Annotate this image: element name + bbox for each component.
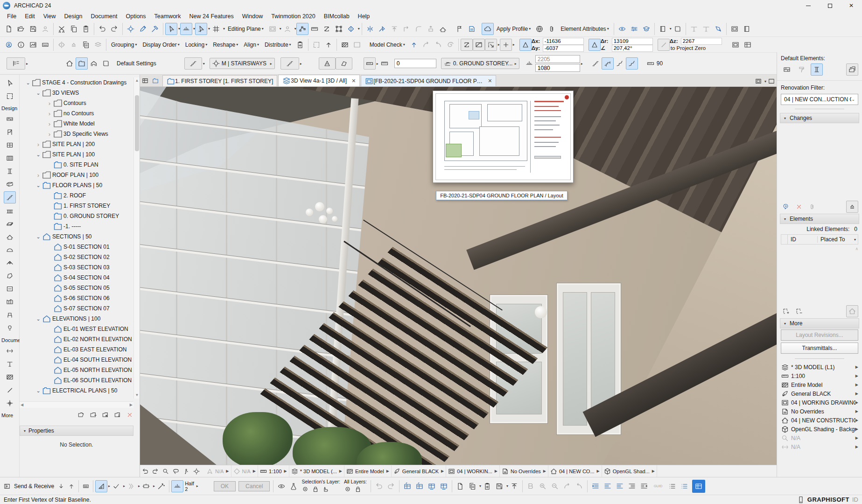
back-arrow-button[interactable] (420, 39, 432, 51)
find-select-button[interactable] (125, 23, 137, 35)
quick-option-row[interactable]: N/A ▶ (781, 434, 858, 442)
hotspot-tool[interactable] (4, 397, 16, 409)
skylight-tool[interactable] (4, 257, 16, 269)
rotate-button[interactable] (345, 23, 357, 35)
tsquare-a-button[interactable] (688, 23, 700, 35)
door-tool[interactable] (4, 126, 16, 138)
all-layers-show-icon[interactable] (344, 485, 351, 493)
open-file-button[interactable] (15, 23, 27, 35)
layer-button[interactable] (266, 23, 279, 35)
edit-nodes-button[interactable] (333, 23, 345, 35)
page-a-button[interactable] (454, 480, 466, 492)
plus-option-caret[interactable]: ▸ (513, 42, 515, 47)
expand-arrow-icon[interactable] (35, 141, 42, 148)
wall-tool[interactable] (4, 113, 16, 125)
outdent-button[interactable] (626, 480, 638, 492)
quick-option-row[interactable]: N/A ▶ (781, 442, 858, 451)
stair-value-input[interactable] (394, 59, 436, 68)
quick-option-row[interactable]: 1:100 ▶ (781, 371, 858, 380)
corner-arrow-button[interactable] (408, 39, 420, 51)
confirm-method-button[interactable] (110, 480, 122, 492)
eject-button[interactable] (846, 201, 858, 213)
changes-section-header[interactable]: ▾Changes (780, 113, 859, 123)
boost-button[interactable] (525, 480, 537, 492)
navigator-horizontal-scrollbar[interactable]: ◀▶ (20, 401, 133, 408)
extrude-button[interactable] (388, 23, 400, 35)
tracker-polar-toggle[interactable] (589, 39, 601, 51)
clone-folder-button[interactable] (100, 410, 111, 420)
favorites-palette-button[interactable] (657, 23, 669, 35)
schedule-b-button[interactable] (413, 480, 426, 492)
slope-button[interactable] (658, 39, 670, 51)
send-button[interactable] (66, 481, 77, 491)
tracker-xy-toggle[interactable] (519, 39, 532, 51)
attach-button[interactable] (546, 23, 558, 35)
offset-method-button[interactable] (125, 480, 137, 492)
link-change-button[interactable] (807, 202, 817, 212)
navigator-tree-item[interactable]: EL-05 NORTH ELEVATION (BOU (20, 365, 133, 375)
navigator-tree-item[interactable]: 3D Specific Views (20, 129, 133, 139)
lamp-tool[interactable] (4, 322, 16, 334)
apply-profile-dropdown[interactable]: Apply Profile▾ (494, 24, 533, 34)
spiral-button[interactable] (444, 39, 456, 51)
id-column-header[interactable]: ID (788, 236, 818, 243)
redo-small-button[interactable] (385, 480, 397, 492)
display-order-dropdown[interactable]: Display Order▾ (140, 40, 182, 50)
mirror-button[interactable] (56, 39, 68, 51)
navigator-tree-item[interactable]: EL-04 SOUTH ELEVATION (20, 355, 133, 365)
navigator-tree-item[interactable]: SITE PLAN | 100 (20, 149, 133, 160)
learn-button[interactable] (640, 23, 652, 35)
scroll-right-icon[interactable]: ▶ (130, 403, 133, 407)
cancel-button[interactable]: Cancel (238, 481, 270, 491)
graphisoft-brand[interactable]: GRAPHISOFT (807, 496, 849, 503)
image-settings-button[interactable] (27, 39, 39, 51)
frame-toggle-button[interactable] (351, 39, 363, 51)
save-button[interactable] (27, 23, 39, 35)
new-layout-button[interactable] (729, 23, 741, 35)
align-right-list-button[interactable] (614, 480, 626, 492)
shell-tool[interactable] (4, 244, 16, 256)
layer-lock-icon[interactable] (312, 485, 319, 493)
quick-option-row[interactable]: OpenGL Shading - Backgro... ▶ (781, 425, 858, 434)
new-file-button[interactable] (3, 23, 15, 35)
resize-button[interactable] (425, 23, 437, 35)
upload-button[interactable] (508, 480, 520, 492)
align-block-list-button[interactable] (602, 480, 614, 492)
view-tab[interactable]: [FB-2020-21-SDP04 GROUND FLOOR PLAN] ✕ (361, 75, 496, 86)
navigator-vertical-scrollbar[interactable]: ▲ ▼ (133, 77, 140, 399)
publisher-button[interactable] (39, 23, 51, 35)
expand-arrow-icon[interactable] (46, 100, 53, 107)
expand-arrow-icon[interactable] (35, 234, 42, 240)
navigator-tree-item[interactable]: SITE PLAN | 200 (20, 139, 133, 149)
dimension-12-button[interactable] (308, 23, 321, 35)
profile-manager-button[interactable] (3, 39, 15, 51)
split-button[interactable] (364, 23, 376, 35)
maximize-button[interactable] (819, 0, 841, 11)
navigator-tree-item[interactable]: 0. SITE PLAN (20, 160, 133, 170)
close-button[interactable]: ✕ (841, 0, 862, 11)
elevation-stepper[interactable]: ▸ (581, 62, 583, 66)
save-view-button[interactable] (88, 410, 98, 420)
schedule-c-button[interactable] (426, 480, 438, 492)
navigator-tree-item[interactable]: Contours (20, 98, 133, 108)
quick-option-item[interactable]: OpenGL Shad... ▶ (602, 465, 657, 477)
quick-option-item[interactable]: 04 | NEW CO... ▶ (548, 465, 602, 477)
line-tool[interactable] (4, 384, 16, 396)
menu-item[interactable]: Edit (21, 12, 39, 21)
scrollbar-thumb[interactable] (135, 95, 139, 151)
placed-to-column-header[interactable]: Placed To (818, 236, 853, 243)
navigator-tree-item[interactable]: EL-01 WEST ELEVATION (20, 324, 133, 334)
navigator-tree-item[interactable]: STAGE 4 - Construction Drawings (20, 77, 133, 88)
info-button[interactable] (15, 39, 27, 51)
delete-view-button[interactable] (125, 410, 135, 420)
list-scroll-up-icon[interactable]: ∧ (855, 246, 858, 251)
scroll-up-icon[interactable]: ▲ (134, 77, 140, 84)
offset-mode-button[interactable] (523, 57, 535, 70)
offset-input[interactable] (535, 55, 580, 63)
redo-button[interactable] (108, 23, 120, 35)
grouping-dropdown[interactable]: Grouping▾ (108, 40, 140, 50)
quick-option-item[interactable]: 04 | WORKIN... ▶ (446, 465, 500, 477)
guid-button[interactable]: GUID (650, 480, 666, 492)
expand-arrow-icon[interactable] (24, 80, 32, 86)
navigator-pin-caret[interactable]: ▸ (26, 62, 28, 66)
